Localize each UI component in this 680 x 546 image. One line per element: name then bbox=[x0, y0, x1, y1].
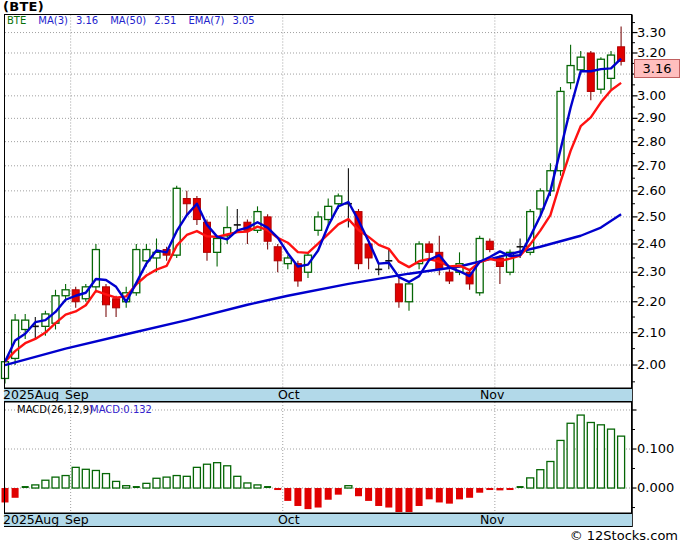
macd-bar-pos bbox=[224, 466, 231, 488]
macd-bar-pos bbox=[62, 476, 69, 488]
candle-body-doji bbox=[234, 224, 241, 226]
attribution: © 12Stocks.com bbox=[570, 528, 678, 543]
month-label-sep: Sep bbox=[65, 513, 89, 527]
macd-bar-pos bbox=[557, 440, 564, 488]
macd-bar-neg bbox=[436, 488, 443, 502]
macd-bar-pos bbox=[173, 476, 180, 488]
macd-bar-pos bbox=[345, 486, 352, 488]
macd-bar-neg bbox=[507, 488, 514, 490]
macd-bar-pos bbox=[537, 470, 544, 488]
macd-bar-pos bbox=[618, 436, 625, 488]
month-label-aug: 2025Aug bbox=[3, 388, 59, 402]
price-tick-label: 2.60 bbox=[637, 184, 666, 198]
macd-bar-pos bbox=[254, 485, 261, 488]
macd-bar-neg bbox=[456, 488, 463, 499]
month-axis-upper: 2025Aug Sep Oct Nov bbox=[4, 388, 632, 402]
macd-bar-pos bbox=[193, 467, 200, 488]
candle-body-up bbox=[537, 191, 544, 209]
macd-bar-neg bbox=[406, 488, 413, 512]
ma50-value: 2.51 bbox=[154, 15, 176, 26]
price-tick-label: 2.50 bbox=[637, 210, 666, 224]
macd-bar-pos bbox=[214, 463, 221, 488]
candle-body-up bbox=[22, 320, 29, 329]
month-label-sep: Sep bbox=[65, 388, 89, 402]
candle-body-up bbox=[325, 206, 332, 219]
macd-bar-pos bbox=[22, 486, 29, 488]
macd-bar-pos bbox=[264, 486, 271, 488]
price-tick-label: 2.10 bbox=[637, 326, 666, 340]
candle-body-doji bbox=[385, 260, 392, 262]
macd-bar-pos bbox=[52, 477, 59, 488]
ema7-label: EMA(7) bbox=[188, 15, 224, 26]
ma50-label: MA(50) bbox=[110, 15, 146, 26]
macd-bar-pos bbox=[244, 483, 251, 488]
macd-bar-neg bbox=[355, 488, 362, 496]
price-tick-label: 2.30 bbox=[637, 265, 666, 279]
ma3-label: MA(3) bbox=[38, 15, 68, 26]
price-tick-label: 2.20 bbox=[637, 295, 666, 309]
candle-body-down bbox=[395, 284, 402, 302]
macd-bar-pos bbox=[103, 474, 110, 488]
macd-bar-neg bbox=[426, 488, 433, 499]
macd-bar-neg bbox=[385, 488, 392, 508]
macd-bar-pos bbox=[577, 415, 584, 488]
macd-bar-pos bbox=[82, 469, 89, 488]
price-tick-label: 3.00 bbox=[637, 89, 666, 103]
last-price-badge: 3.16 bbox=[634, 59, 680, 78]
macd-bar-neg bbox=[476, 488, 483, 493]
ema7-value: 3.05 bbox=[232, 15, 254, 26]
ticker-symbol: BTE bbox=[7, 15, 26, 26]
macd-bar-pos bbox=[204, 464, 211, 488]
candle-body-up bbox=[315, 217, 322, 230]
macd-bar-pos bbox=[92, 470, 99, 488]
candle-body-up bbox=[577, 57, 584, 70]
macd-bar-neg bbox=[335, 488, 342, 495]
macd-bar-pos bbox=[517, 486, 524, 488]
macd-bar-pos bbox=[608, 429, 615, 488]
macd-bar-neg bbox=[315, 488, 322, 508]
page-title: (BTE) bbox=[3, 0, 44, 14]
indicator-legend: BTEMA(3)3.16MA(50)2.51EMA(7)3.05 bbox=[7, 15, 255, 26]
macd-bar-pos bbox=[113, 481, 120, 488]
macd-bar-pos bbox=[597, 425, 604, 488]
macd-bar-pos bbox=[183, 476, 190, 488]
macd-bar-pos bbox=[567, 423, 574, 488]
macd-tick-label: 0.100 bbox=[637, 442, 674, 456]
candle-body-down bbox=[113, 299, 120, 308]
macd-bar-pos bbox=[133, 486, 140, 488]
macd-bar-neg bbox=[446, 488, 453, 504]
price-tick-label: 3.30 bbox=[637, 26, 666, 40]
price-tick-label: 2.80 bbox=[637, 135, 666, 149]
macd-bar-neg bbox=[274, 488, 281, 490]
macd-bar-pos bbox=[42, 480, 49, 488]
macd-bar-pos bbox=[123, 486, 130, 488]
candle-body-up bbox=[406, 284, 413, 302]
macd-bar-pos bbox=[153, 478, 160, 488]
price-tick-label: 3.20 bbox=[637, 46, 666, 60]
price-tick-label: 2.00 bbox=[637, 358, 666, 372]
month-label-nov: Nov bbox=[480, 388, 504, 402]
macd-bar-neg bbox=[305, 488, 312, 509]
macd-bar-neg bbox=[466, 488, 473, 498]
price-tick-label: 2.70 bbox=[637, 159, 666, 173]
month-label-aug: 2025Aug bbox=[3, 513, 59, 527]
macd-bar-neg bbox=[325, 488, 332, 500]
candle-body-doji bbox=[375, 269, 382, 271]
macd-bar-neg bbox=[284, 488, 291, 501]
candle-body-up bbox=[62, 290, 69, 296]
candle-body-down bbox=[426, 244, 433, 252]
macd-bar-pos bbox=[143, 483, 150, 488]
price-tick-label: 2.40 bbox=[637, 237, 666, 251]
candle-body-down bbox=[183, 199, 190, 204]
macd-bar-neg bbox=[395, 488, 402, 512]
macd-bar-pos bbox=[527, 478, 534, 488]
macd-bar-neg bbox=[375, 488, 382, 506]
candle-body-up bbox=[335, 196, 342, 204]
candle-body-down bbox=[446, 272, 453, 281]
candle-body-down bbox=[486, 241, 493, 249]
chart-canvas bbox=[0, 0, 680, 546]
macd-bar-pos bbox=[72, 467, 79, 488]
candle-body-up bbox=[284, 258, 291, 264]
macd-bar-pos bbox=[234, 476, 241, 488]
macd-legend-value: MACD:0.132 bbox=[90, 404, 152, 415]
